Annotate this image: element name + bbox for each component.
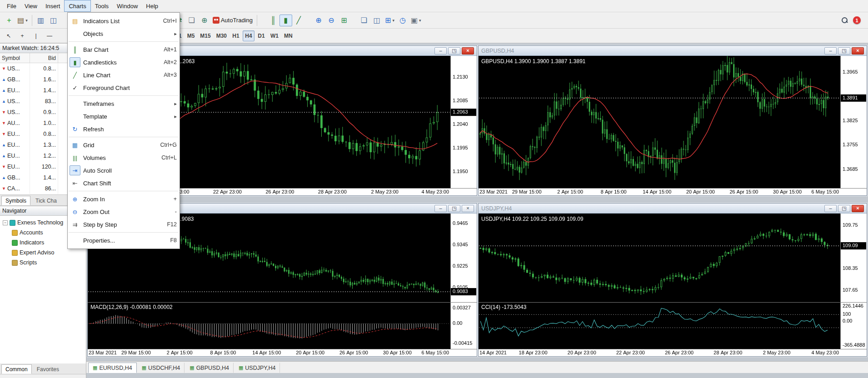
menu-shortcut: + [174,196,177,202]
menu-item-timeframes[interactable]: Timeframes▸ [68,97,180,110]
tree-node-label: Indicators [20,239,44,246]
market-watch-button[interactable]: ▥ [35,15,47,26]
tab-common[interactable]: Common [1,364,32,374]
new-chart-button[interactable]: + [3,15,15,26]
menu-view[interactable]: View [20,0,41,12]
menu-item-step-by-step[interactable]: ⇉Step by StepF12 [68,218,180,231]
new-chart-window-button[interactable]: ⊞▾ [383,15,396,26]
vertical-line-button[interactable]: | [30,30,42,41]
chart-tab-gbpusd-h4[interactable]: ▦GBPUSD,H4 [185,363,234,373]
zoom-out-button[interactable]: ⊖ [325,15,338,26]
column-header-symbol[interactable]: Symbol [0,53,30,63]
chart-canvas-gbpusd[interactable] [479,56,867,195]
menu-item-objects[interactable]: Objects▸ [68,27,180,40]
alerts-clock-button[interactable]: ◷ [396,15,409,26]
tree-node-scripts[interactable]: Scripts [0,258,86,268]
timeframe-h1-button[interactable]: H1 [230,30,242,41]
restore-button[interactable]: ◳ [448,47,460,55]
close-button[interactable]: × [852,47,864,55]
menu-item-label: Auto Scroll [83,167,177,174]
menu-item-indicators-list[interactable]: ▤Indicators ListCtrl+I [68,15,180,27]
timeframe-mn-button[interactable]: MN [282,30,295,41]
menu-item-zoom-in[interactable]: ⊕Zoom In+ [68,193,180,205]
notification-badge[interactable]: 1 [853,16,861,24]
restore-button[interactable]: ◳ [448,205,460,212]
column-header-bid[interactable]: Bid [30,53,58,63]
chart-window-titlebar[interactable]: GBPUSD,H4–◳× [479,46,867,56]
menu-tools[interactable]: Tools [91,0,113,12]
chart-canvas-usdjpy[interactable] [479,214,867,356]
profiles-button[interactable]: ▤▾ [15,15,30,26]
menu-item-properties[interactable]: Properties...F8 [68,234,180,247]
restore-button[interactable]: ◳ [838,205,850,212]
new-chart-icon: + [7,17,11,24]
timeframe-d1-button[interactable]: D1 [255,30,267,41]
menu-item-candlesticks[interactable]: ▮CandlesticksAlt+2 [68,56,180,69]
menu-item-template[interactable]: Template▸ [68,110,180,123]
tree-expander-icon[interactable]: − [3,220,8,225]
cascade-windows-button[interactable]: ❏ [358,15,370,26]
crosshair-button[interactable]: + [16,30,28,41]
timeframe-w1-button[interactable]: W1 [268,30,281,41]
menu-charts[interactable]: Charts [64,0,90,12]
chart-tab-eurusd-h4[interactable]: ▦EURUSD,H4 [88,363,137,373]
menu-item-label: Template [83,113,174,120]
timeframe-m15-button[interactable]: M15 [198,30,213,41]
restore-button[interactable]: ◳ [838,47,850,55]
menu-item-volumes[interactable]: |||VolumesCtrl+L [68,151,180,164]
menu-insert[interactable]: Insert [41,0,65,12]
symbol-cell: ▼AU... [0,118,30,129]
data-window-button[interactable]: ◫ [47,15,60,26]
menu-item-foreground-chart[interactable]: ✓Foreground Chart [68,81,180,94]
autotrading-button[interactable]: AutoTrading [211,15,254,26]
minimize-button[interactable]: – [434,205,447,212]
candlesticks-button[interactable]: ▮ [279,15,292,26]
timeframe-m5-button[interactable]: M5 [185,30,197,41]
zoom-in-button[interactable]: ⊕ [312,15,325,26]
close-button[interactable]: × [462,47,474,55]
timeframe-h4-button[interactable]: H4 [243,30,254,41]
tile-windows-button[interactable]: ⊞ [338,15,350,26]
menu-file[interactable]: File [3,0,20,12]
menu-item-label: Zoom In [83,196,174,203]
tree-node-label: Exness Technolog [17,219,63,226]
tile-horizontal-button[interactable]: ◫ [370,15,383,26]
menu-item-auto-scroll[interactable]: ⇥Auto Scroll [68,164,180,177]
tab-symbols[interactable]: Symbols [1,196,30,205]
zoom-in-icon: ⊕ [315,17,321,24]
chart-tab-usdchf-h4[interactable]: ▦USDCHF,H4 [137,363,185,373]
tree-node-expert-adviso[interactable]: Expert Adviso [0,248,86,258]
menu-separator [69,41,179,42]
tab-tick-cha[interactable]: Tick Cha [31,196,61,205]
minimize-button[interactable]: – [434,47,447,55]
bar-chart-button[interactable]: ║ [267,15,279,26]
menu-item-zoom-out[interactable]: ⊖Zoom Out- [68,205,180,218]
menu-item-line-chart[interactable]: ╱Line ChartAlt+3 [68,69,180,81]
market-watch-title: Market Watch: 16:24:5 [2,45,59,51]
minimize-button[interactable]: – [824,205,837,212]
menu-window[interactable]: Window [113,0,142,12]
menu-help[interactable]: Help [142,0,162,12]
search-icon[interactable] [841,17,848,24]
horizontal-line-button[interactable]: — [44,30,55,41]
menu-item-refresh[interactable]: ↻Refresh [68,123,180,135]
menu-item-bar-chart[interactable]: ║Bar ChartAlt+1 [68,43,180,56]
minimize-button[interactable]: – [824,47,837,55]
chart-window-titlebar[interactable]: USDJPY,H4–◳× [479,204,867,214]
menu-bar: FileViewInsertChartsToolsWindowHelp [0,0,868,12]
close-button[interactable]: × [852,205,864,212]
print-button[interactable]: ❏ [185,15,198,26]
menu-icon-empty [70,235,80,245]
menu-item-chart-shift[interactable]: ⇤Chart Shift [68,177,180,189]
line-chart-button[interactable]: ╱ [292,15,305,26]
chart-image-button[interactable]: ▣▾ [409,15,423,26]
tab-favorites[interactable]: Favorites [33,364,63,374]
cursor-button[interactable]: ↖ [3,30,15,41]
options-button[interactable]: ⊕ [198,15,211,26]
close-button[interactable]: × [462,205,474,212]
timeframe-m30-button[interactable]: M30 [214,30,229,41]
menu-item-grid[interactable]: ▦GridCtrl+G [68,139,180,151]
menu-separator [69,232,179,233]
symbol-label: US... [7,65,20,72]
chart-tab-usdjpy-h4[interactable]: ▦USDJPY,H4 [234,363,280,373]
